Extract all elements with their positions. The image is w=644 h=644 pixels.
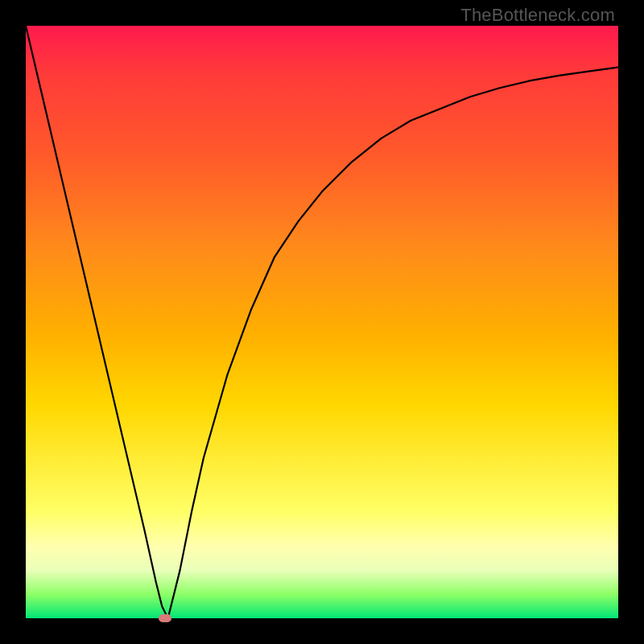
watermark-text: TheBottleneck.com bbox=[460, 5, 615, 26]
chart-frame: TheBottleneck.com bbox=[0, 0, 644, 644]
plot-area bbox=[26, 26, 618, 618]
optimal-point-marker bbox=[159, 614, 171, 622]
bottleneck-curve bbox=[26, 26, 618, 618]
